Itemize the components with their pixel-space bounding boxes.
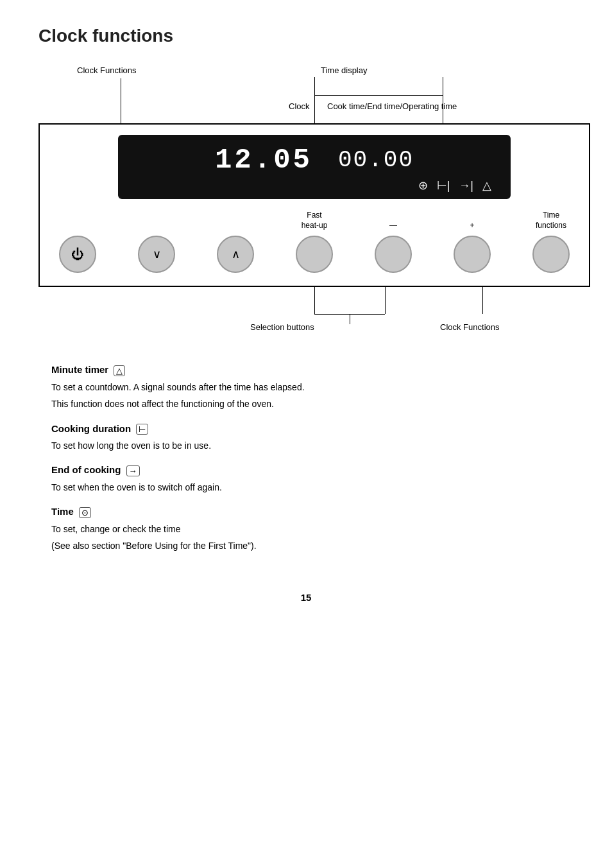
section-time-body-2: (See also section "Before Using for the …	[51, 539, 574, 553]
plus-label: +	[470, 221, 474, 231]
minus-button[interactable]	[375, 236, 412, 273]
display-icon-arrow2: →|	[459, 179, 473, 193]
display-time-main: 12.05	[215, 144, 312, 176]
section-cooking-duration-title: Cooking duration ⊢	[51, 423, 574, 435]
decrease-btn-group: ∨	[138, 236, 175, 273]
plus-button[interactable]	[454, 236, 491, 273]
fast-heatup-button[interactable]	[296, 236, 333, 273]
display-icon-arrow1: ⊢|	[437, 178, 450, 193]
label-clock-functions-top: Clock Functions	[77, 65, 136, 75]
fast-heatup-btn-group: Fastheat-up	[296, 211, 333, 273]
page-number: 15	[38, 592, 574, 603]
increase-btn-group: ∧	[217, 236, 254, 273]
diagram-container: Clock Functions Time display Clock Cook …	[38, 65, 590, 338]
display-icon-bell: △	[482, 178, 491, 193]
time-icon: ⊙	[79, 507, 91, 518]
section-time-title: Time ⊙	[51, 506, 574, 518]
minus-label: —	[389, 221, 397, 231]
section-end-of-cooking-title: End of cooking →	[51, 464, 574, 476]
minute-timer-icon: △	[114, 365, 125, 376]
section-minute-timer-body-2: This function does not affect the functi…	[51, 397, 574, 411]
label-cook-time: Cook time/End time/Operating time	[327, 101, 457, 111]
buttons-row: ⏻ ∨ ∧ Fastheat-up — +	[53, 211, 576, 273]
fast-heatup-label: Fastheat-up	[302, 211, 328, 230]
time-functions-button[interactable]	[532, 236, 570, 273]
text-section: Minute timer △ To set a countdown. A sig…	[38, 364, 574, 553]
label-clock: Clock	[289, 101, 310, 111]
power-button[interactable]: ⏻	[59, 236, 96, 273]
label-clock-functions-bottom: Clock Functions	[440, 322, 499, 332]
minus-btn-group: —	[375, 221, 412, 273]
power-btn-group: ⏻	[59, 236, 96, 273]
section-cooking-duration-body: To set how long the oven is to be in use…	[51, 438, 574, 453]
section-minute-timer-body-1: To set a countdown. A signal sounds afte…	[51, 380, 574, 394]
display-time-secondary: 00.00	[338, 147, 414, 173]
time-functions-btn-group: Timefunctions	[532, 211, 570, 273]
page-title: Clock functions	[38, 26, 574, 46]
end-of-cooking-icon: →	[126, 465, 140, 476]
display-icon-clock: ⊕	[418, 178, 428, 193]
time-functions-label: Timefunctions	[536, 211, 566, 230]
label-time-display: Time display	[321, 65, 367, 75]
increase-button[interactable]: ∧	[217, 236, 254, 273]
section-end-of-cooking-body: To set when the oven is to switch off ag…	[51, 480, 574, 494]
section-minute-timer-title: Minute timer △	[51, 364, 574, 376]
label-selection-buttons: Selection buttons	[250, 322, 314, 332]
cooking-duration-icon: ⊢	[136, 424, 148, 435]
decrease-button[interactable]: ∨	[138, 236, 175, 273]
display-screen: 12.05 00.00 ⊕ ⊢| →| △	[118, 135, 511, 199]
oven-panel: 12.05 00.00 ⊕ ⊢| →| △ ⏻ ∨ ∧	[38, 123, 590, 287]
plus-btn-group: +	[454, 221, 491, 273]
section-time-body-1: To set, change or check the time	[51, 522, 574, 536]
